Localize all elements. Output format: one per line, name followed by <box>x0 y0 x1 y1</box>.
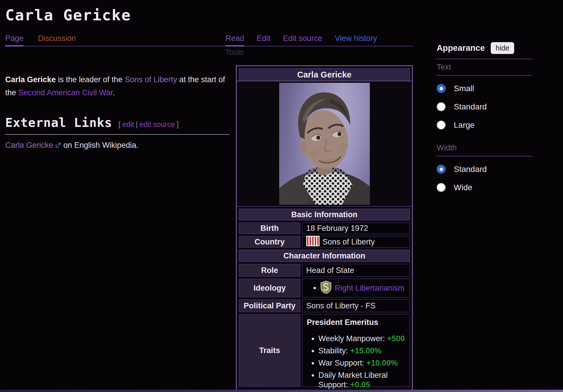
external-link-suffix: on English Wikipedia. <box>63 141 138 150</box>
row-ideology-label: Ideology <box>239 279 300 297</box>
radio-button[interactable] <box>437 121 446 130</box>
effect-value: +10.00% <box>367 359 398 367</box>
wiki-page: Carla Gericke Page Discussion Read Edit … <box>0 0 563 392</box>
radio-button-selected[interactable] <box>437 84 446 93</box>
row-party-value: Sons of Liberty - FS <box>302 299 410 312</box>
wikipedia-link[interactable]: Carla Gericke <box>5 141 53 150</box>
trait-name: President Emeritus <box>307 318 406 327</box>
radio-width-standard[interactable]: Standard <box>437 160 532 178</box>
section-edit-source-link[interactable]: edit source <box>139 120 175 128</box>
link-second-american-civil-war[interactable]: Second American Civil War <box>18 88 113 97</box>
row-traits-value: President Emeritus Weekly Manpower: +500… <box>302 314 410 387</box>
row-country-value: Sons of Liberty <box>302 236 410 248</box>
external-links-heading: External Links <box>5 116 112 130</box>
row-traits-label: Traits <box>239 314 300 387</box>
tab-edit-source[interactable]: Edit source <box>283 33 322 46</box>
list-bullet: • <box>313 283 316 293</box>
radio-label: Wide <box>454 183 472 192</box>
portrait-row <box>237 81 412 207</box>
view-tabs: Read Edit Edit source View history Tools <box>225 33 413 60</box>
divider <box>437 59 532 59</box>
trait-effect: Weekly Manpower: +500 <box>318 334 406 344</box>
row-country-label: Country <box>239 236 300 248</box>
sons-of-liberty-flag-icon <box>306 236 320 248</box>
radio-label: Large <box>454 121 475 130</box>
section-edit-link[interactable]: edit <box>122 120 134 128</box>
row-birth-value: 18 February 1972 <box>302 222 410 234</box>
radio-width-wide[interactable]: Wide <box>437 178 532 197</box>
width-section-label: Width <box>437 143 532 152</box>
page-title: Carla Gericke <box>5 6 131 24</box>
intro-text: . <box>113 88 115 97</box>
appearance-title: Appearance <box>437 43 485 53</box>
character-infobox: Carla Gericke <box>236 65 413 392</box>
radio-label: Standard <box>454 165 487 174</box>
tab-discussion[interactable]: Discussion <box>38 33 76 46</box>
hide-button[interactable]: hide <box>491 42 514 54</box>
external-links-heading-row: External Links[edit|edit source] <box>5 116 179 130</box>
divider <box>437 75 532 76</box>
trait-effect: Daily Market Liberal Support: +0.05 <box>318 371 406 390</box>
intro-paragraph: Carla Gericke is the leader of the Sons … <box>5 73 228 99</box>
section-edit-links: [edit|edit source] <box>119 120 179 128</box>
radio-text-small[interactable]: Small <box>437 79 532 98</box>
infobox-title: Carla Gericke <box>239 68 410 81</box>
infobox-table: Basic Information Birth 18 February 1972… <box>239 209 410 387</box>
intro-text: is the leader of the <box>56 75 125 84</box>
footer-edge-strip <box>0 390 563 392</box>
external-link-icon[interactable] <box>55 140 61 152</box>
trait-effect: Stability: +15.00% <box>318 346 406 356</box>
radio-label: Standard <box>454 102 487 112</box>
effect-value: +0.05 <box>350 380 370 389</box>
tab-edit[interactable]: Edit <box>257 33 270 46</box>
heading-divider <box>5 134 229 135</box>
portrait-image <box>279 83 370 205</box>
link-sons-of-liberty[interactable]: Sons of Liberty <box>125 75 177 84</box>
effect-label: War Support: <box>318 359 367 367</box>
tab-page[interactable]: Page <box>5 33 24 46</box>
tab-tools[interactable]: Tools <box>225 46 244 60</box>
right-libertarianism-shield-icon <box>320 280 332 296</box>
trait-effect: War Support: +10.00% <box>318 358 406 368</box>
appearance-panel: Appearance hide Text Small Standard Larg… <box>437 41 532 197</box>
radio-button-selected[interactable] <box>437 165 446 174</box>
effect-label: Stability: <box>318 346 350 355</box>
tab-read[interactable]: Read <box>225 33 244 46</box>
row-birth-label: Birth <box>239 222 300 234</box>
row-ideology-value: • Right Libertarianism <box>302 279 410 297</box>
section-basic-information: Basic Information <box>239 209 410 220</box>
ideology-link[interactable]: Right Libertarianism <box>335 284 405 293</box>
section-character-information: Character Information <box>239 250 410 262</box>
effect-label: Weekly Manpower: <box>318 334 387 343</box>
bracket: [ <box>119 120 121 128</box>
radio-text-large[interactable]: Large <box>437 116 532 134</box>
divider <box>437 156 532 157</box>
bracket: ] <box>177 120 179 128</box>
text-section-label: Text <box>437 63 532 72</box>
radio-button[interactable] <box>437 183 446 192</box>
effect-value: +500 <box>387 334 405 343</box>
radio-button[interactable] <box>437 102 446 111</box>
namespace-tabs: Page Discussion <box>5 33 88 46</box>
row-role-value: Head of State <box>302 264 410 277</box>
row-role-label: Role <box>239 264 300 277</box>
subject-name: Carla Gericke <box>5 75 56 84</box>
effect-value: +15.00% <box>350 346 381 355</box>
tab-bar: Page Discussion Read Edit Edit source Vi… <box>5 33 413 46</box>
row-party-label: Political Party <box>239 299 300 312</box>
trait-effects-list: Weekly Manpower: +500 Stability: +15.00%… <box>307 334 406 390</box>
tab-view-history[interactable]: View history <box>335 33 377 46</box>
radio-text-standard[interactable]: Standard <box>437 98 532 116</box>
country-name: Sons of Liberty <box>322 238 375 247</box>
pipe-separator: | <box>136 120 138 128</box>
external-link-line: Carla Gerickeon English Wikipedia. <box>5 139 138 152</box>
radio-label: Small <box>454 84 474 93</box>
